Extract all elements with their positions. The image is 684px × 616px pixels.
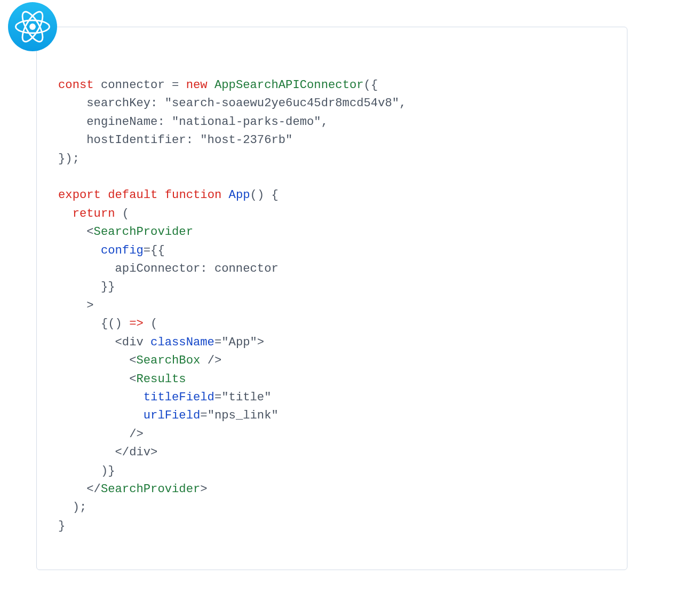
code-card: const connector = new AppSearchAPIConnec…: [36, 27, 627, 570]
code-sample: const connector = new AppSearchAPIConnec…: [58, 76, 606, 535]
svg-point-0: [29, 23, 36, 30]
react-icon: [15, 9, 50, 44]
react-logo-badge: [8, 2, 57, 51]
